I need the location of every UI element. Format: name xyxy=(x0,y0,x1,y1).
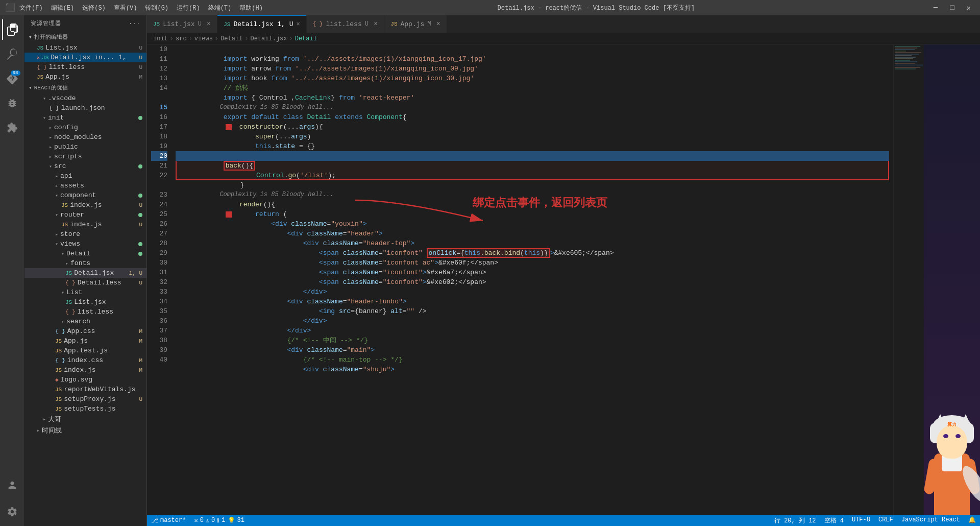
minimize-button[interactable]: ─ xyxy=(929,3,942,13)
activity-debug[interactable] xyxy=(2,93,22,113)
tab-list-jsx[interactable]: JS List.jsx U × xyxy=(147,15,217,33)
breadcrumb-detail-folder[interactable]: Detail xyxy=(220,35,242,42)
file-app-css[interactable]: { } App.css M xyxy=(24,326,146,336)
folder-views[interactable]: ▾ views xyxy=(24,239,146,249)
folder-store[interactable]: ▸ store xyxy=(24,229,146,239)
menu-run[interactable]: 运行(R) xyxy=(177,4,200,12)
tab-detail-jsx-close[interactable]: × xyxy=(296,21,300,28)
sp34 xyxy=(224,307,319,315)
js-icon: JS xyxy=(37,74,43,80)
file-setupproxy[interactable]: JS setupProxy.js U xyxy=(24,394,146,404)
open-file-listless[interactable]: { } list.less U xyxy=(24,62,146,72)
menu-select[interactable]: 选择(S) xyxy=(82,4,106,12)
punct34: ={banner} xyxy=(351,307,390,315)
project-section[interactable]: ▾ REACT的优信 xyxy=(24,82,146,93)
folder-api[interactable]: ▸ api xyxy=(24,171,146,181)
open-editors-section[interactable]: ▾ 打开的编辑器 xyxy=(24,31,146,43)
open-file-list[interactable]: JS List.jsx U xyxy=(24,43,146,53)
folder-dage[interactable]: ▸ 大哥 xyxy=(24,414,146,425)
minimap[interactable] xyxy=(893,44,924,515)
breadcrumb-views[interactable]: views xyxy=(194,35,213,42)
folder-component[interactable]: ▾ component xyxy=(24,190,146,200)
js-icon-3: JS xyxy=(61,222,68,228)
activity-files[interactable] xyxy=(2,19,22,40)
punct17b: ) xyxy=(307,133,311,140)
tab-app-js-close[interactable]: × xyxy=(436,20,440,28)
file-index-css[interactable]: { } index.css M xyxy=(24,355,146,365)
tag-div-close-33: > xyxy=(403,298,407,305)
folder-init[interactable]: ▾ init xyxy=(24,113,146,123)
status-language[interactable]: JavaScript React xyxy=(897,516,964,523)
minimap-line xyxy=(895,46,920,47)
file-list-jsx[interactable]: JS List.jsx xyxy=(24,297,146,307)
activity-git[interactable]: 98 xyxy=(2,68,22,89)
folder-assets[interactable]: ▸ assets xyxy=(24,181,146,190)
folder-src[interactable]: ▾ src xyxy=(24,161,146,171)
folder-node-modules[interactable]: ▸ node_modules xyxy=(24,132,146,142)
tab-detail-jsx[interactable]: JS Detail.jsx 1, U × xyxy=(217,15,306,33)
activity-account[interactable] xyxy=(2,475,22,495)
folder-api-name: api xyxy=(60,172,72,180)
menu-edit[interactable]: 编辑(E) xyxy=(51,4,75,12)
menu-bar[interactable]: 文件(F) 编辑(E) 选择(S) 查看(V) 转到(G) 运行(R) 终端(T… xyxy=(19,4,263,12)
file-app-js[interactable]: JS App.js M xyxy=(24,336,146,346)
breadcrumb-detail-class[interactable]: Detail xyxy=(295,35,317,42)
menu-goto[interactable]: 转到(G) xyxy=(145,4,168,12)
file-reportwebvitals[interactable]: JS reportWebVitals.js xyxy=(24,385,146,394)
status-git[interactable]: ⎇ master* xyxy=(147,515,190,526)
folder-config[interactable]: ▸ config xyxy=(24,123,146,132)
folder-views-name: views xyxy=(60,240,80,248)
file-setuptests[interactable]: JS setupTests.js xyxy=(24,404,146,414)
folder-public[interactable]: ▸ public xyxy=(24,142,146,152)
file-detail-jsx[interactable]: JS Detail.jsx 1, U xyxy=(24,268,146,278)
folder-vscode[interactable]: ▾ .vscode xyxy=(24,93,146,103)
menu-view[interactable]: 查看(V) xyxy=(114,4,137,12)
window-controls[interactable]: ─ □ ✕ xyxy=(929,3,975,13)
breadcrumb-detail-jsx[interactable]: Detail.jsx xyxy=(250,35,287,42)
chevron-down-icon-5: ▾ xyxy=(55,193,58,199)
tab-app-js[interactable]: JS App.js M × xyxy=(384,15,447,33)
tab-list-jsx-close[interactable]: × xyxy=(207,20,211,28)
status-position[interactable]: 行 20, 列 12 xyxy=(770,516,820,525)
close-icon[interactable]: ✕ xyxy=(37,55,40,61)
folder-scripts[interactable]: ▸ scripts xyxy=(24,152,146,161)
code-editor[interactable]: 10 11 12 13 14 15 16 17 18 19 20 21 22 2… xyxy=(147,44,893,515)
tab-list-less[interactable]: { } list.less U × xyxy=(307,15,385,33)
status-spaces[interactable]: 空格 4 xyxy=(820,516,848,525)
open-file-appjs[interactable]: JS App.js M xyxy=(24,72,146,82)
folder-detail[interactable]: ▾ Detail xyxy=(24,249,146,258)
code-content[interactable]: import working from '../../assets/images… xyxy=(172,44,893,515)
close-button[interactable]: ✕ xyxy=(963,3,975,13)
activity-search[interactable] xyxy=(2,44,22,64)
menu-terminal[interactable]: 终端(T) xyxy=(208,4,232,12)
menu-file[interactable]: 文件(F) xyxy=(19,4,43,12)
maximize-button[interactable]: □ xyxy=(946,3,958,13)
folder-list-name: List xyxy=(66,289,82,296)
status-notifications[interactable]: 🔔 xyxy=(964,516,980,524)
status-encoding[interactable]: UTF-8 xyxy=(848,516,874,523)
folder-list[interactable]: ▾ List xyxy=(24,288,146,297)
folder-router[interactable]: ▾ router xyxy=(24,210,146,220)
file-listless[interactable]: { } list.less xyxy=(24,307,146,317)
open-file-detail[interactable]: ✕ JS Detail.jsx in... 1, U xyxy=(24,53,146,62)
breadcrumb-init[interactable]: init xyxy=(153,35,168,42)
fn-render: render xyxy=(239,201,263,208)
activity-extensions[interactable] xyxy=(2,117,22,138)
menu-help[interactable]: 帮助(H) xyxy=(239,4,263,12)
folder-search[interactable]: ▸ search xyxy=(24,317,146,326)
file-detail-less[interactable]: { } Detail.less U xyxy=(24,278,146,288)
file-app-test[interactable]: JS App.test.js xyxy=(24,346,146,355)
file-logo-svg[interactable]: ◈ logo.svg xyxy=(24,375,146,385)
status-errors[interactable]: ✕ 0 ⚠ 0 ℹ 1 💡 31 xyxy=(190,515,248,526)
activity-settings[interactable] xyxy=(2,501,22,522)
more-options-button[interactable]: ··· xyxy=(129,20,140,27)
folder-fonts[interactable]: ▸ fonts xyxy=(24,258,146,268)
file-router-index[interactable]: JS index.js U xyxy=(24,220,146,229)
status-line-ending[interactable]: CRLF xyxy=(874,516,897,523)
tab-list-less-close[interactable]: × xyxy=(374,20,378,28)
file-launch-json[interactable]: { } launch.json xyxy=(24,103,146,113)
section-timeline[interactable]: ▸ 时间线 xyxy=(24,425,146,436)
file-component-index[interactable]: JS index.js U xyxy=(24,200,146,210)
breadcrumb-src[interactable]: src xyxy=(176,35,187,42)
file-index-js[interactable]: JS index.js M xyxy=(24,365,146,375)
